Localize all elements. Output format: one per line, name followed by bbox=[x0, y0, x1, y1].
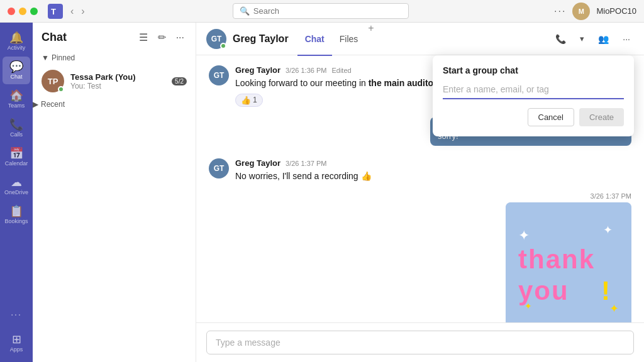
popup-buttons: Cancel Create bbox=[443, 108, 624, 126]
chat-item-badge-tessa: 5/2 bbox=[172, 77, 187, 85]
audio-call-button[interactable]: 📞 bbox=[552, 31, 570, 47]
sticker-message-wrapper: 3/26 1:37 PM ✦ ✦ ✦ ✦ thank bbox=[209, 192, 631, 322]
tab-chat[interactable]: Chat bbox=[297, 23, 332, 56]
sidebar: 🔔 Activity 💬 Chat 🏠 Teams 📞 Calls 📅 Cale… bbox=[0, 23, 33, 362]
create-button[interactable]: Create bbox=[579, 108, 624, 126]
reaction-1[interactable]: 👍 1 bbox=[235, 94, 263, 107]
sidebar-item-bookings[interactable]: 📋 Bookings bbox=[3, 201, 30, 229]
teams-logo: T bbox=[48, 4, 63, 19]
message-group-2: GT Greg Taylor 3/26 1:37 PM No worries, … bbox=[209, 158, 631, 183]
sticker-time: 3/26 1:37 PM bbox=[591, 192, 631, 200]
sidebar-item-apps[interactable]: ⊞ Apps bbox=[3, 329, 30, 357]
pinned-label-text: Pinned bbox=[52, 53, 75, 62]
sticker-bubble: ✦ ✦ ✦ ✦ thank you ! bbox=[506, 202, 631, 322]
fullscreen-button[interactable] bbox=[30, 8, 38, 15]
close-button[interactable] bbox=[8, 8, 15, 15]
message-text-2: No worries, I'll send a recording 👍 bbox=[235, 170, 631, 183]
chat-main: GT Greg Taylor Chat Files + 📞 ▾ 👥 ··· bbox=[196, 23, 644, 362]
message-meta-2: Greg Taylor 3/26 1:37 PM bbox=[235, 158, 631, 168]
nav-arrows: ‹ › bbox=[68, 4, 87, 18]
sidebar-item-onedrive[interactable]: ☁ OneDrive bbox=[3, 172, 30, 200]
onedrive-icon: ☁ bbox=[11, 177, 22, 188]
bookings-icon: 📋 bbox=[9, 206, 23, 217]
popup-title: Start a group chat bbox=[443, 65, 624, 75]
chat-list-panel: Chat ☰ ✏ ··· ▼ Pinned TP Tessa Park (You… bbox=[33, 23, 196, 362]
svg-text:✦: ✦ bbox=[518, 228, 530, 243]
chat-list-actions: ☰ ✏ ··· bbox=[136, 30, 187, 45]
message-content-2: Greg Taylor 3/26 1:37 PM No worries, I'l… bbox=[235, 158, 631, 183]
sidebar-item-calendar[interactable]: 📅 Calendar bbox=[3, 143, 30, 171]
sticker-content: ✦ ✦ ✦ ✦ thank you ! bbox=[506, 202, 631, 322]
search-input[interactable] bbox=[253, 6, 402, 16]
video-call-button[interactable]: ▾ bbox=[576, 31, 588, 46]
username-label: MioPOC10 bbox=[596, 6, 636, 16]
popup-name-input[interactable] bbox=[443, 82, 624, 99]
chat-header-avatar: GT bbox=[206, 29, 226, 49]
user-avatar[interactable]: M bbox=[572, 3, 590, 20]
chat-filter-button[interactable]: ☰ bbox=[136, 30, 150, 45]
msg-avatar-2: GT bbox=[209, 158, 229, 178]
message-edited-1: Edited bbox=[331, 67, 351, 74]
traffic-lights bbox=[8, 8, 38, 15]
sidebar-item-more[interactable]: ··· bbox=[3, 300, 30, 328]
calendar-icon: 📅 bbox=[9, 148, 23, 159]
recent-section-label[interactable]: ▶ Recent bbox=[33, 97, 196, 111]
chat-list-header: Chat ☰ ✏ ··· bbox=[33, 23, 196, 50]
chat-item-tessa[interactable]: TP Tessa Park (You) You: Test 5/2 bbox=[33, 65, 196, 97]
search-container: 🔍 bbox=[92, 3, 549, 19]
svg-text:you: you bbox=[518, 276, 569, 305]
title-bar: T ‹ › 🔍 ··· M MioPOC10 bbox=[0, 0, 644, 23]
tab-chat-label: Chat bbox=[305, 34, 325, 44]
message-time-1: 3/26 1:36 PM bbox=[286, 67, 326, 74]
svg-text:T: T bbox=[51, 7, 56, 16]
tab-files-label: Files bbox=[340, 34, 358, 44]
user-initials: M bbox=[579, 8, 584, 15]
activity-icon: 🔔 bbox=[9, 32, 23, 43]
add-people-button[interactable]: 👥 bbox=[594, 31, 613, 47]
chat-header: GT Greg Taylor Chat Files + 📞 ▾ 👥 ··· bbox=[196, 23, 644, 55]
chat-item-info-tessa: Tessa Park (You) You: Test bbox=[70, 72, 165, 90]
svg-text:thank: thank bbox=[518, 244, 595, 274]
chat-item-name-tessa: Tessa Park (You) bbox=[70, 72, 165, 82]
avatar-tessa: TP bbox=[42, 70, 64, 92]
nav-back-button[interactable]: ‹ bbox=[68, 4, 76, 18]
tab-files[interactable]: Files bbox=[332, 23, 366, 56]
message-time-2: 3/26 1:37 PM bbox=[286, 160, 326, 167]
new-chat-button[interactable]: ✏ bbox=[155, 30, 169, 45]
msg-avatar-1: GT bbox=[209, 65, 229, 85]
app-body: 🔔 Activity 💬 Chat 🏠 Teams 📞 Calls 📅 Cale… bbox=[0, 23, 644, 362]
message-sender-1: Greg Taylor bbox=[235, 65, 280, 75]
apps-icon: ⊞ bbox=[12, 334, 21, 345]
pinned-section-label[interactable]: ▼ Pinned bbox=[33, 50, 196, 65]
more-actions-button[interactable]: ··· bbox=[619, 31, 634, 47]
chat-icon: 💬 bbox=[9, 61, 23, 72]
nav-forward-button[interactable]: › bbox=[79, 4, 87, 18]
more-options-button[interactable]: ··· bbox=[554, 6, 566, 17]
recent-arrow-icon: ▶ bbox=[33, 100, 38, 109]
add-tab-button[interactable]: + bbox=[365, 23, 376, 55]
more-icon: ··· bbox=[11, 309, 22, 319]
calls-icon: 📞 bbox=[9, 119, 23, 130]
chat-more-button[interactable]: ··· bbox=[174, 31, 187, 45]
search-icon: 🔍 bbox=[240, 6, 250, 16]
sidebar-item-chat[interactable]: 💬 Chat bbox=[3, 57, 30, 84]
search-box[interactable]: 🔍 bbox=[233, 3, 409, 19]
message-input-placeholder: Type a message bbox=[216, 337, 280, 348]
online-indicator bbox=[58, 86, 64, 92]
message-input-box[interactable]: Type a message bbox=[206, 331, 634, 354]
minimize-button[interactable] bbox=[19, 8, 26, 15]
cancel-button[interactable]: Cancel bbox=[528, 108, 574, 126]
sidebar-item-teams[interactable]: 🏠 Teams bbox=[3, 85, 30, 113]
svg-text:!: ! bbox=[601, 276, 610, 305]
svg-text:✦: ✦ bbox=[609, 302, 619, 315]
chat-tabs: Chat Files + bbox=[297, 23, 377, 55]
message-text-before-1: Looking forward to our meeting in bbox=[235, 78, 369, 88]
reaction-count-1: 1 bbox=[253, 96, 257, 104]
chat-header-name: Greg Taylor bbox=[233, 33, 289, 45]
thank-you-sticker: ✦ ✦ ✦ ✦ thank you ! bbox=[506, 202, 631, 322]
chat-list-title: Chat bbox=[42, 31, 67, 44]
sidebar-item-activity[interactable]: 🔔 Activity bbox=[3, 28, 30, 55]
chat-header-right: 📞 ▾ 👥 ··· bbox=[552, 31, 634, 47]
recent-label-text: Recent bbox=[41, 100, 65, 109]
sidebar-item-calls[interactable]: 📞 Calls bbox=[3, 114, 30, 142]
